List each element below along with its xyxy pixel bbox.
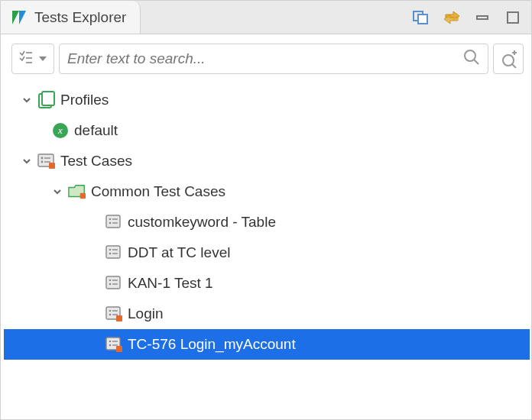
node-label: Test Cases: [60, 153, 132, 170]
tree[interactable]: Profiles x default: [1, 80, 531, 419]
test-case-icon: [105, 274, 123, 292]
svg-rect-5: [508, 12, 518, 23]
test-case-icon: [105, 305, 123, 323]
node-label: DDT at TC level: [128, 244, 230, 261]
checklist-icon: [18, 50, 34, 69]
link-with-editor-icon[interactable]: [441, 7, 462, 28]
maximize-icon[interactable]: [502, 7, 524, 28]
search-box[interactable]: [59, 44, 488, 74]
svg-rect-37: [106, 276, 120, 289]
chevron-down-icon[interactable]: [51, 186, 63, 198]
svg-rect-53: [116, 346, 122, 352]
profile-icon: x: [51, 121, 70, 140]
tree-node-test-cases[interactable]: Test Cases: [4, 146, 530, 176]
test-case-icon: [105, 244, 123, 262]
svg-point-38: [109, 279, 112, 282]
tree-node-profiles[interactable]: Profiles: [4, 85, 530, 115]
chevron-down-icon[interactable]: [21, 94, 33, 106]
node-label: Login: [128, 305, 164, 322]
svg-marker-9: [39, 57, 47, 61]
svg-rect-3: [418, 15, 427, 24]
test-cases-folder-icon: [37, 152, 56, 170]
search-icon[interactable]: [463, 49, 480, 69]
minimize-icon[interactable]: [472, 7, 493, 28]
svg-point-21: [41, 157, 44, 160]
tree-node-default-profile[interactable]: x default: [4, 115, 530, 146]
svg-point-23: [41, 161, 44, 163]
profiles-folder-icon: [37, 91, 56, 109]
svg-line-13: [512, 64, 516, 68]
tree-node-tc-customkeyword[interactable]: customkeyword - Table: [4, 207, 530, 237]
test-case-icon: [105, 335, 123, 354]
svg-marker-0: [12, 11, 19, 24]
svg-point-49: [109, 341, 112, 343]
tree-node-tc-kan1[interactable]: KAN-1 Test 1: [4, 268, 530, 299]
chevron-down-icon: [38, 50, 47, 67]
svg-text:x: x: [57, 124, 63, 136]
node-label: KAN-1 Test 1: [128, 275, 213, 292]
svg-point-28: [109, 218, 112, 221]
new-search-icon[interactable]: [493, 44, 524, 74]
tab-label: Tests Explorer: [34, 9, 126, 26]
tree-node-tc-login-myaccount[interactable]: TC-576 Login_myAccount: [4, 329, 530, 360]
svg-point-30: [109, 222, 112, 225]
tab-tests-explorer[interactable]: Tests Explorer: [1, 1, 141, 34]
tests-explorer-panel: Tests Explorer: [0, 0, 532, 420]
svg-point-45: [109, 314, 112, 316]
svg-point-35: [109, 253, 112, 255]
node-label: Profiles: [60, 92, 109, 108]
node-label: Common Test Cases: [91, 183, 225, 200]
tree-node-tc-ddt[interactable]: DDT at TC level: [4, 237, 530, 268]
node-label: TC-576 Login_myAccount: [128, 336, 296, 353]
view-mode-icon[interactable]: [410, 7, 432, 28]
search-row: [1, 34, 531, 80]
svg-rect-4: [477, 16, 488, 19]
svg-point-51: [109, 344, 112, 347]
node-label: customkeyword - Table: [128, 214, 276, 231]
app-logo-icon: [10, 8, 28, 27]
tabbar-actions: [410, 1, 531, 34]
svg-rect-47: [116, 315, 122, 321]
svg-rect-26: [80, 193, 86, 199]
tree-node-common-test-cases[interactable]: Common Test Cases: [4, 176, 530, 207]
svg-point-40: [109, 283, 112, 286]
svg-marker-1: [19, 11, 26, 24]
node-label: default: [74, 122, 118, 139]
svg-rect-27: [106, 215, 120, 228]
tree-node-tc-login[interactable]: Login: [4, 299, 530, 329]
folder-icon: [68, 183, 86, 201]
svg-point-33: [109, 249, 112, 251]
svg-point-43: [109, 310, 112, 312]
search-input[interactable]: [67, 50, 457, 67]
svg-rect-25: [49, 163, 55, 169]
svg-point-12: [503, 55, 514, 66]
svg-line-11: [474, 60, 478, 64]
svg-rect-32: [106, 246, 120, 258]
svg-point-10: [465, 50, 475, 61]
chevron-down-icon[interactable]: [21, 155, 33, 167]
tab-bar: Tests Explorer: [1, 1, 531, 34]
test-case-icon: [105, 213, 123, 231]
svg-rect-17: [42, 92, 54, 105]
filter-dropdown[interactable]: [11, 44, 54, 74]
